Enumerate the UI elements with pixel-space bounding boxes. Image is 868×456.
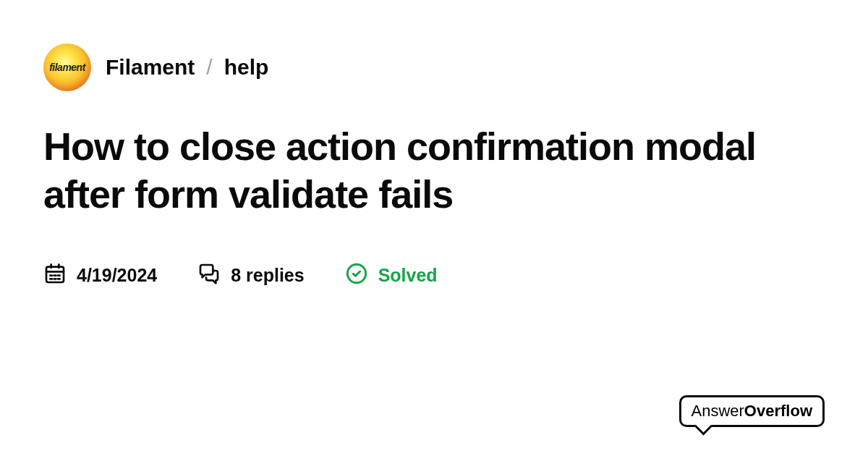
meta-replies: 8 replies	[197, 262, 304, 290]
logo-part1: Answer	[692, 402, 744, 420]
answeroverflow-logo: AnswerOverflow	[679, 395, 825, 427]
date-text: 4/19/2024	[77, 265, 157, 286]
replies-text: 8 replies	[231, 265, 304, 286]
post-title: How to close action confirmation modal a…	[43, 123, 825, 219]
meta-date: 4/19/2024	[43, 262, 157, 290]
breadcrumb-community: Filament	[106, 55, 195, 80]
meta-status: Solved	[345, 262, 438, 290]
header: filament Filament / help	[43, 43, 825, 91]
meta-row: 4/19/2024 8 replies Solved	[43, 262, 825, 290]
check-circle-icon	[345, 262, 368, 290]
breadcrumb-channel: help	[224, 55, 269, 80]
community-avatar: filament	[43, 43, 91, 91]
svg-rect-0	[46, 266, 64, 282]
replies-icon	[197, 262, 221, 290]
logo-part2: Overflow	[744, 402, 812, 420]
breadcrumb-separator: /	[206, 55, 212, 80]
breadcrumb: Filament / help	[106, 55, 268, 80]
calendar-icon	[43, 262, 67, 290]
status-text: Solved	[378, 265, 438, 286]
